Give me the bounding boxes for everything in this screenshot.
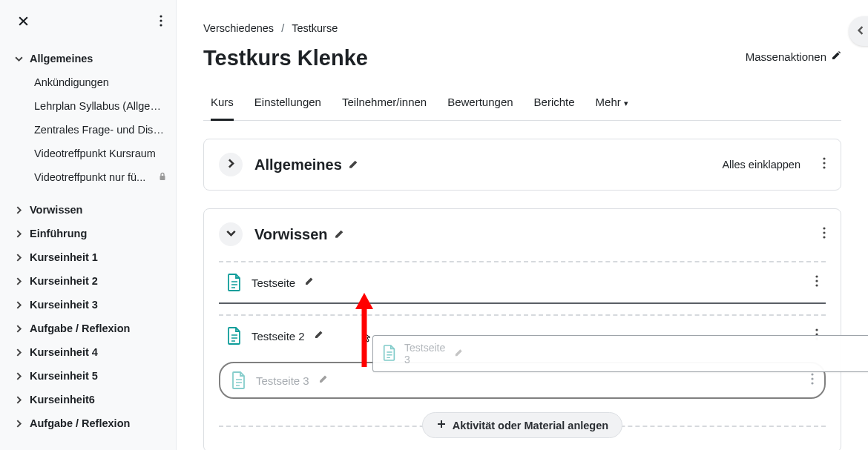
chevron-right-icon (13, 348, 24, 357)
sidebar-item-label: Vorwissen (30, 204, 82, 216)
sidebar-section-aufgabe2[interactable]: Aufgabe / Reflexion (0, 411, 176, 435)
activity-menu[interactable] (815, 275, 823, 290)
breadcrumb-testkurse[interactable]: Testkurse (292, 22, 338, 34)
activity-name: Testseite (251, 277, 295, 289)
edit-activity-title[interactable] (318, 374, 329, 387)
section-title-label: Vorwissen (254, 226, 328, 243)
section-allgemeines: Allgemeines Alles einklappen (203, 139, 841, 191)
svg-point-5 (823, 162, 825, 164)
page-title: Testkurs Klenke (203, 46, 368, 70)
sidebar-item-label: Lehrplan Syllabus (Allgem... (34, 100, 167, 112)
sidebar-section-ke1[interactable]: Kurseinheit 1 (0, 245, 176, 269)
sidebar-item-label: Aufgabe / Reflexion (30, 322, 130, 334)
tab-mehr[interactable]: Mehr▾ (596, 85, 628, 121)
sidebar-item-lehrplan[interactable]: Lehrplan Syllabus (Allgem... (0, 94, 176, 118)
page-icon (382, 344, 397, 363)
svg-point-9 (823, 236, 825, 238)
collapse-all-link[interactable]: Alles einklappen (722, 159, 800, 171)
sidebar-item-label: Kurseinheit6 (30, 394, 95, 406)
sidebar-item-label: Videotreffpunkt nur fü... (34, 171, 145, 183)
sidebar-item-ankündigungen[interactable]: Ankündigungen (0, 70, 176, 94)
svg-point-6 (823, 166, 825, 168)
close-icon (18, 16, 29, 29)
expand-section-button[interactable] (219, 153, 243, 176)
sidebar-item-videotreff-restricted[interactable]: Videotreffpunkt nur fü... (0, 165, 176, 189)
edit-section-title[interactable] (334, 226, 345, 243)
section-vorwissen: Vorwissen Testseite (203, 208, 841, 450)
sidebar-item-label: Zentrales Frage- und Disku... (34, 124, 167, 136)
section-title-label: Allgemeines (254, 156, 342, 173)
page-icon (231, 371, 247, 390)
chevron-right-icon (13, 254, 24, 262)
sidebar-section-allgemeines[interactable]: Allgemeines (0, 47, 176, 70)
svg-point-16 (811, 373, 813, 375)
plus-icon (436, 419, 447, 431)
section-menu[interactable] (823, 157, 826, 172)
pencil-icon (831, 50, 841, 63)
massactions-link[interactable]: Massenaktionen (746, 50, 841, 63)
sidebar-section-ke4[interactable]: Kurseinheit 4 (0, 340, 176, 364)
sidebar-item-label: Kurseinheit 3 (30, 299, 98, 311)
tab-bewertungen[interactable]: Bewertungen (447, 85, 513, 121)
open-block-drawer[interactable] (849, 16, 868, 46)
breadcrumb: Verschiedenes / Testkurse (203, 22, 841, 34)
tab-berichte[interactable]: Berichte (534, 85, 575, 121)
sidebar-item-label: Aufgabe / Reflexion (30, 417, 130, 429)
sidebar-section-ke5[interactable]: Kurseinheit 5 (0, 364, 176, 388)
sidebar-item-fragen[interactable]: Zentrales Frage- und Disku... (0, 118, 176, 142)
activity-name: Testseite 3 (404, 342, 447, 365)
section-menu[interactable] (823, 227, 826, 242)
chevron-right-icon (13, 277, 24, 285)
sidebar-item-label: Kurseinheit 1 (30, 251, 98, 263)
lock-icon (158, 171, 167, 183)
tab-label: Mehr (596, 96, 621, 108)
chevron-right-icon (13, 420, 24, 428)
course-tabs: Kurs Einstellungen Teilnehmer/innen Bewe… (203, 85, 841, 121)
sidebar-section-vorwissen[interactable]: Vorwissen (0, 198, 176, 222)
tab-teilnehmer[interactable]: Teilnehmer/innen (342, 85, 427, 121)
svg-point-13 (815, 328, 818, 331)
sidebar-section-ke6[interactable]: Kurseinheit6 (0, 388, 176, 411)
svg-point-11 (815, 279, 818, 282)
edit-activity-title[interactable] (304, 276, 315, 289)
activity-name: Testseite 2 (251, 330, 305, 343)
sidebar-section-ke2[interactable]: Kurseinheit 2 (0, 269, 176, 293)
svg-point-12 (815, 284, 818, 286)
massactions-label: Massenaktionen (746, 50, 826, 63)
svg-point-2 (160, 24, 162, 26)
chevron-right-icon (13, 325, 24, 333)
edit-activity-title[interactable] (314, 329, 324, 343)
tab-kurs[interactable]: Kurs (211, 85, 234, 121)
svg-rect-3 (160, 176, 165, 180)
activity-menu[interactable] (811, 373, 814, 388)
sidebar-menu-button[interactable] (157, 12, 165, 32)
chevron-right-icon (13, 301, 24, 309)
course-index-sidebar: Allgemeines Ankündigungen Lehrplan Sylla… (0, 0, 177, 450)
sidebar-section-ke3[interactable]: Kurseinheit 3 (0, 293, 176, 317)
chevron-right-icon (13, 206, 24, 214)
page-icon (226, 273, 243, 292)
sidebar-section-label: Allgemeines (30, 53, 93, 64)
sidebar-item-label: Kurseinheit 4 (30, 346, 98, 358)
collapse-section-button[interactable] (219, 222, 243, 246)
chevron-down-icon (226, 228, 236, 240)
sidebar-item-label: Kurseinheit 2 (30, 275, 98, 287)
sidebar-section-aufgabe1[interactable]: Aufgabe / Reflexion (0, 317, 176, 340)
sidebar-item-videotreff[interactable]: Videotreffpunkt Kursraum (0, 142, 176, 165)
add-activity-label: Aktivität oder Material anlegen (453, 420, 608, 431)
drag-ghost-testseite-3: Testseite 3 (372, 335, 868, 372)
chevron-right-icon (13, 372, 24, 380)
sidebar-item-label: Videotreffpunkt Kursraum (34, 148, 156, 159)
activity-testseite[interactable]: Testseite (219, 262, 826, 302)
chevron-right-icon (226, 159, 236, 171)
pencil-icon (454, 347, 464, 360)
add-activity-button[interactable]: Aktivität oder Material anlegen (422, 412, 622, 438)
breadcrumb-separator: / (281, 22, 284, 34)
tab-einstellungen[interactable]: Einstellungen (254, 85, 321, 121)
sidebar-section-einführung[interactable]: Einführung (0, 222, 176, 245)
breadcrumb-verschiedenes[interactable]: Verschiedenes (203, 22, 274, 34)
course-main: Verschiedenes / Testkurse Testkurs Klenk… (177, 0, 868, 450)
close-sidebar-button[interactable] (15, 13, 32, 32)
chevron-down-icon (13, 55, 24, 63)
edit-section-title[interactable] (348, 156, 359, 173)
